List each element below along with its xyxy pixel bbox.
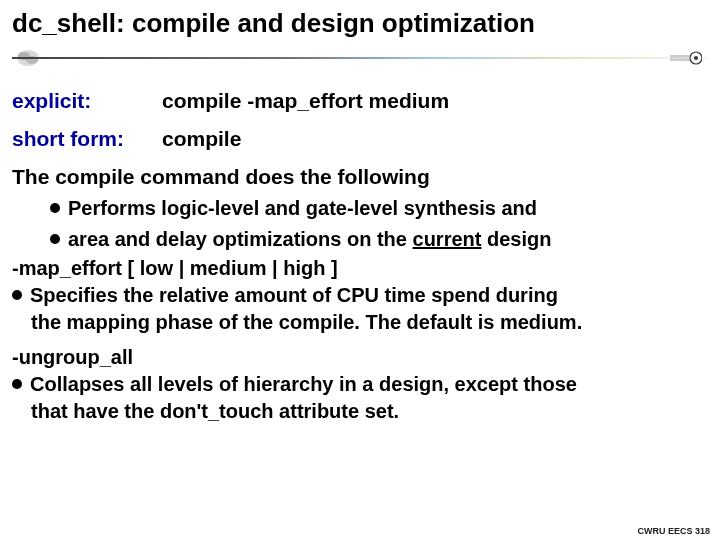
bullet2-underlined: current <box>413 228 482 250</box>
divider-right-ornament <box>670 49 702 67</box>
short-form-value: compile <box>162 127 241 151</box>
title-divider <box>12 47 708 71</box>
map-effort-text: Specifies the relative amount of CPU tim… <box>30 282 582 336</box>
footer-text: CWRU EECS 318 <box>637 526 710 536</box>
bullet-dot-icon <box>50 234 60 244</box>
svg-point-4 <box>694 56 698 60</box>
bullet-list: Performs logic-level and gate-level synt… <box>50 195 708 253</box>
explicit-label: explicit: <box>12 89 132 113</box>
explicit-value: compile -map_effort medium <box>162 89 449 113</box>
ungroup-line1: Collapses all levels of hierarchy in a d… <box>30 373 577 395</box>
divider-line <box>12 57 708 59</box>
ungroup-bullet: Collapses all levels of hierarchy in a d… <box>12 371 708 425</box>
ungroup-heading: -ungroup_all <box>12 346 708 369</box>
ungroup-line2: that have the don't_touch attribute set. <box>31 398 577 425</box>
short-form-label: short form: <box>12 127 132 151</box>
intro-text: The compile command does the following <box>12 165 708 189</box>
bullet-dot-icon <box>12 379 22 389</box>
bullet2-pre: area and delay optimizations on the <box>68 228 413 250</box>
bullet-item-1: Performs logic-level and gate-level synt… <box>50 195 708 222</box>
short-form-row: short form: compile <box>12 127 708 151</box>
bullet-text-2: area and delay optimizations on the curr… <box>68 226 551 253</box>
map-effort-line2: the mapping phase of the compile. The de… <box>31 309 582 336</box>
bullet-dot-icon <box>12 290 22 300</box>
bullet-dot-icon <box>50 203 60 213</box>
explicit-row: explicit: compile -map_effort medium <box>12 89 708 113</box>
bullet-text-1: Performs logic-level and gate-level synt… <box>68 195 537 222</box>
bullet-item-2: area and delay optimizations on the curr… <box>50 226 708 253</box>
map-effort-line1: Specifies the relative amount of CPU tim… <box>30 284 558 306</box>
ungroup-text: Collapses all levels of hierarchy in a d… <box>30 371 577 425</box>
slide-title: dc_shell: compile and design optimizatio… <box>12 8 708 39</box>
map-effort-heading: -map_effort [ low | medium | high ] <box>12 257 708 280</box>
bullet2-post: design <box>481 228 551 250</box>
map-effort-bullet: Specifies the relative amount of CPU tim… <box>12 282 708 336</box>
